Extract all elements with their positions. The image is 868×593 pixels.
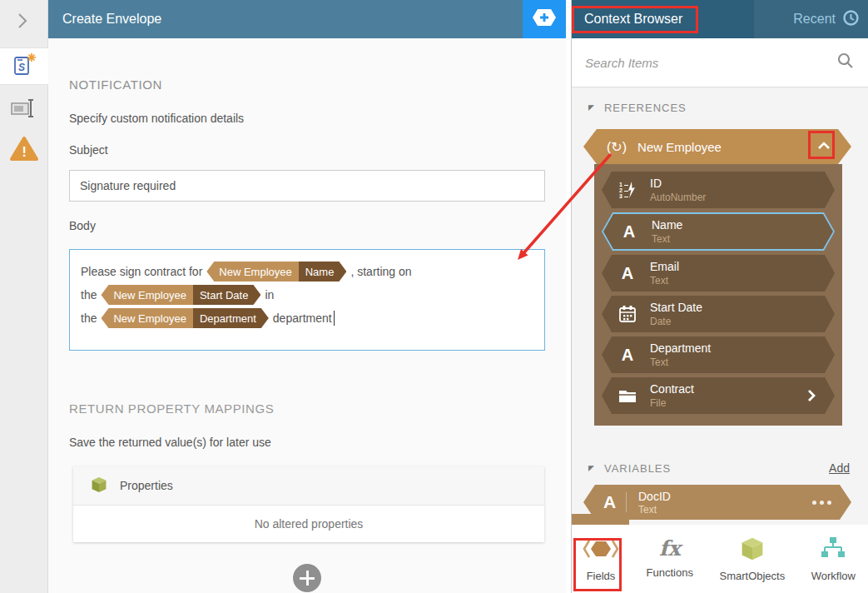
- rail-tab-text[interactable]: [0, 97, 48, 123]
- toolbar-label: Fields: [587, 570, 616, 582]
- fx-icon: fx: [659, 536, 681, 561]
- add-mapping-button[interactable]: [293, 564, 321, 592]
- field-type: Text: [650, 275, 679, 287]
- search-bar: [572, 38, 868, 87]
- body-text: department: [273, 311, 332, 325]
- left-icon-rail: S !: [0, 0, 48, 593]
- body-text: the: [81, 288, 97, 301]
- field-item-email[interactable]: A Email Text: [602, 255, 835, 292]
- calendar-icon: [617, 305, 638, 323]
- field-name: Contract: [650, 382, 694, 396]
- notification-description: Specify custom notification details: [69, 112, 545, 125]
- recent-button[interactable]: Recent: [754, 0, 868, 38]
- field-item-department[interactable]: A Department Text: [602, 336, 835, 373]
- toolbar-tab-smartobjects[interactable]: SmartObjects: [719, 536, 785, 593]
- workflow-step-icon: S: [12, 52, 37, 82]
- app-window: S ! Creat: [0, 0, 868, 593]
- token-scope: New Employee: [101, 285, 192, 305]
- return-mappings-section-title: RETURN PROPERTY MAPPINGS: [69, 401, 545, 416]
- collapse-panel-button[interactable]: [13, 10, 32, 35]
- org-chart-icon: [820, 536, 846, 565]
- reference-group-name: New Employee: [637, 140, 722, 154]
- magnifier-icon[interactable]: [836, 52, 855, 73]
- properties-card-title: Properties: [120, 479, 173, 492]
- subject-input[interactable]: [69, 170, 545, 202]
- letter-a-icon: A: [617, 264, 638, 283]
- token-field: Department: [193, 308, 269, 328]
- toolbar-tab-workflow[interactable]: Workflow: [811, 536, 856, 593]
- token-scope: New Employee: [206, 262, 298, 282]
- toolbar-tab-functions[interactable]: fx Functions: [647, 536, 693, 593]
- ellipsis-icon[interactable]: [812, 501, 831, 505]
- selected-field-ring: A Name Text: [602, 212, 835, 251]
- body-line: the New EmployeeDepartment department: [81, 306, 534, 330]
- letter-a-icon: A: [618, 222, 640, 242]
- cube-icon: [739, 536, 766, 565]
- references-section-header[interactable]: ◤ REFERENCES: [588, 99, 850, 116]
- field-item-start-date[interactable]: Start Date Date: [602, 296, 835, 332]
- field-item-id[interactable]: 1 2 3 ID AutoNumber: [602, 172, 835, 208]
- subject-label: Subject: [69, 143, 545, 157]
- toolbar-label: Workflow: [811, 570, 856, 582]
- field-token-start-date[interactable]: New EmployeeStart Date: [101, 285, 260, 305]
- references-section-title: REFERENCES: [604, 102, 687, 114]
- add-variable-link[interactable]: Add: [829, 461, 850, 475]
- variables-section-header[interactable]: ◤ VARIABLES Add: [588, 460, 850, 476]
- panel-header: Create Envelope: [48, 0, 566, 38]
- collapse-group-button[interactable]: [816, 139, 831, 154]
- token-scope: New Employee: [101, 308, 192, 328]
- section-expand-triangle-icon: ◤: [588, 104, 595, 112]
- svg-text:3: 3: [619, 193, 622, 199]
- return-mappings-description: Save the returned value(s) for later use: [69, 436, 545, 449]
- letter-a-icon: A: [617, 346, 638, 365]
- svg-text:2: 2: [619, 187, 622, 193]
- body-text: in: [265, 288, 274, 301]
- rail-tab-warnings[interactable]: !: [0, 136, 48, 166]
- field-name: Start Date: [650, 301, 702, 314]
- svg-text:S: S: [18, 62, 25, 73]
- notification-section-title: NOTIFICATION: [69, 77, 545, 92]
- field-token-department[interactable]: New EmployeeDepartment: [101, 308, 268, 328]
- toolbar-label: SmartObjects: [719, 570, 785, 582]
- panel-body: NOTIFICATION Specify custom notification…: [48, 77, 566, 592]
- body-text: Please sign contract for: [81, 265, 202, 278]
- svg-text:1: 1: [619, 182, 622, 187]
- body-line: Please sign contract for New EmployeeNam…: [81, 260, 534, 283]
- body-editor[interactable]: Please sign contract for New EmployeeNam…: [69, 249, 545, 351]
- variable-item-partial: [572, 514, 629, 525]
- token-field: Start Date: [193, 285, 261, 305]
- svg-text:!: !: [22, 145, 27, 159]
- field-name: Email: [650, 260, 679, 273]
- rail-tab-step-config[interactable]: S: [0, 47, 48, 85]
- properties-card: Properties No altered properties: [73, 466, 544, 542]
- field-name: Department: [650, 341, 711, 355]
- hexagon-brackets-icon: [582, 536, 620, 565]
- hexagon-plus-icon: [531, 7, 558, 31]
- drilldown-chevron-icon[interactable]: [806, 388, 816, 403]
- field-token-name[interactable]: New EmployeeName: [206, 262, 346, 282]
- toolbar-tab-fields[interactable]: Fields: [582, 536, 620, 593]
- add-field-button[interactable]: [523, 0, 566, 38]
- field-type: File: [650, 397, 694, 409]
- warning-triangle-icon: !: [9, 136, 39, 166]
- properties-card-header: Properties: [73, 466, 544, 506]
- context-browser-title: Context Browser: [572, 12, 682, 27]
- chevron-right-icon: [13, 20, 32, 34]
- field-item-name[interactable]: A Name Text: [603, 214, 833, 249]
- variables-section-title: VARIABLES: [604, 462, 671, 475]
- folder-icon: [617, 388, 638, 404]
- field-type: Text: [650, 356, 711, 368]
- context-browser-panel: Context Browser Recent ◤ REFERENCES (↻) …: [571, 0, 868, 593]
- reference-group-new-employee[interactable]: (↻) New Employee: [583, 129, 851, 164]
- search-input[interactable]: [585, 56, 836, 70]
- chevron-up-icon: [816, 139, 831, 154]
- context-browser-toolbar: Fields fx Functions SmartObjects: [572, 525, 868, 593]
- field-item-contract[interactable]: Contract File: [602, 377, 835, 414]
- page-title: Create Envelope: [62, 12, 161, 27]
- cube-icon: [90, 476, 108, 496]
- reference-fields-panel: 1 2 3 ID AutoNumber A Name Text: [594, 164, 842, 426]
- field-name: Name: [652, 218, 682, 232]
- text-cursor: [334, 311, 335, 326]
- section-expand-triangle-icon: ◤: [588, 465, 595, 472]
- field-name: ID: [650, 177, 706, 190]
